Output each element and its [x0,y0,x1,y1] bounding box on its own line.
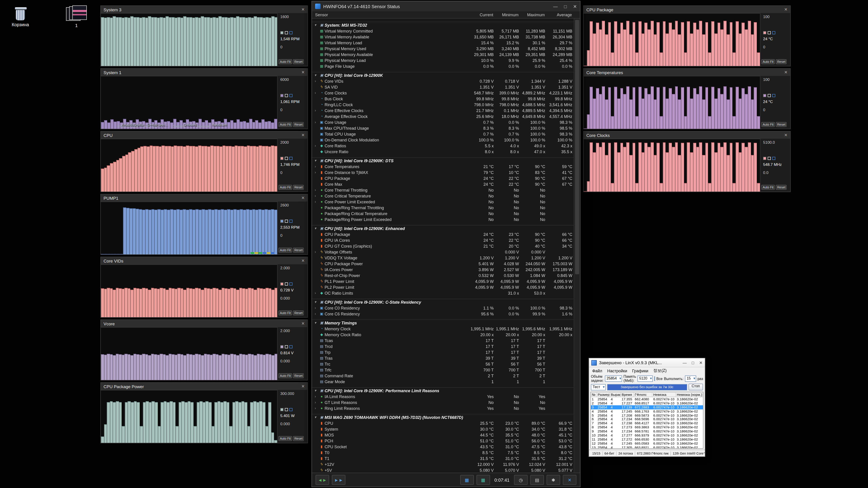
column-minimum[interactable]: Minimum [495,12,520,17]
sensor-section-header[interactable]: ▾▣Memory Timings [312,320,574,326]
sensor-row[interactable]: ▮CPU Package24 °C23 °C90 °C66 °C [312,231,574,237]
sensor-row[interactable]: ▮T131.5 °C31.0 °C31.5 °C31.2 °C [312,455,574,461]
linx-result-row[interactable]: 125854417.355662.40806.002747e-103.18662… [591,397,703,401]
auto-fit-button[interactable]: Auto Fit [278,122,292,127]
memory-combobox[interactable]: 5120 [638,376,653,382]
legend-checkbox[interactable] [285,157,288,160]
auto-fit-button[interactable]: Auto Fit [278,373,292,378]
sensor-row[interactable]: ›ϟCore VIDs0.728 V0.718 V1.344 V1.288 V [312,78,574,84]
expand-icon[interactable]: › [312,406,319,410]
sensor-row[interactable]: ›▮Core Distance to TjMAX79 °C10 °C83 °C4… [312,169,574,175]
sensor-row[interactable]: ▮Core Max24 °C22 °C90 °C67 °C [312,181,574,187]
legend-checkbox[interactable] [285,345,288,348]
legend-checkbox[interactable] [768,31,771,34]
column-current[interactable]: Current [461,12,495,17]
panel-titlebar[interactable]: Core VIDs✕ [101,257,307,264]
sensor-row[interactable]: ›●IA Limit ReasonsYesNoYes [312,394,574,399]
sensor-row[interactable]: ϟIA Cores Power3.896 W2.527 W242.005 W17… [312,267,574,272]
linx-result-row[interactable]: 225854417.227668.85176.002747e-103.18662… [591,401,703,405]
expand-icon[interactable]: › [312,108,319,112]
reset-button[interactable]: Reset [776,185,787,190]
linx-result-row[interactable]: 1025854417.277666.93796.002747e-103.1866… [591,433,703,437]
sensor-row[interactable]: ›●GT Limit ReasonsNoNoNo [312,399,574,405]
reset-button[interactable]: Reset [776,59,787,64]
reset-button[interactable]: Reset [293,248,304,253]
linx-titlebar[interactable]: Завершено - LinX v0.9.3 (MKL... — □ ✕ [589,358,705,367]
close-icon[interactable]: ✕ [301,384,305,389]
expand-icon[interactable]: › [312,394,319,398]
maximize-icon[interactable]: □ [564,4,567,9]
menu-info[interactable]: 정보(Z) [653,368,666,374]
sensor-row[interactable]: ▤Trcd17 T17 T17 T [312,344,574,349]
legend-checkbox[interactable] [768,94,771,97]
collapse-icon[interactable]: ▾ [312,389,319,393]
sensor-row[interactable]: ›◆Core Ratios5.5 x4.0 x49.0 x42.3 x [312,143,574,149]
expand-icon[interactable]: › [312,194,319,198]
sensor-row[interactable]: ▣Total CPU Usage0.7 %0.7 %100.0 %98.3 % [312,131,574,137]
legend-checkbox[interactable] [285,283,288,286]
legend-checkbox[interactable] [289,283,292,286]
sensor-row[interactable]: ›▣Core Usage0.7 %0.0 %100.0 %98.3 % [312,119,574,125]
close-icon[interactable]: ✕ [784,7,787,12]
sensor-row[interactable]: ▮CPU Socket43.5 °C31.0 °C47.5 °C43.8 °C [312,444,574,450]
expand-icon[interactable]: › [312,291,319,295]
auto-fit-button[interactable]: Auto Fit [761,59,775,64]
legend-checkbox[interactable] [289,94,292,97]
linx-result-row[interactable]: 725854417.238668.41276.002747e-103.18662… [591,421,703,425]
sensor-row[interactable]: ›●Ring Limit ReasonsYesNoYes [312,405,574,411]
sensor-row[interactable]: ϟPL1 Power Limit4,095.9 W4,095.9 W4,095.… [312,278,574,284]
reset-button[interactable]: Reset [776,122,787,127]
expand-icon[interactable]: › [312,250,319,254]
reset-button[interactable]: Reset [293,185,304,190]
reset-button[interactable]: Reset [293,436,304,441]
sensor-row[interactable]: ▣On-Demand Clock Modulation100.0 %100.0 … [312,137,574,143]
close-icon[interactable]: ✕ [784,133,787,137]
linx-column-header[interactable]: Размер [597,392,610,396]
sensor-row[interactable]: ▦Virtual Memory Available31,650 MB26,171… [312,34,574,40]
sensor-section-header[interactable]: ▾▣CPU [#0]: Intel Core i9-12900K: Enhanc… [312,225,574,231]
legend-checkbox[interactable] [772,31,775,34]
sensor-row[interactable]: ϟPL2 Power Limit4,095.9 W4,095.9 W4,095.… [312,284,574,290]
sensor-row[interactable]: ›▮Core Temperatures21 °C17 °C90 °C59 °C [312,164,574,169]
panel-titlebar[interactable]: CPU✕ [101,131,307,139]
auto-fit-button[interactable]: Auto Fit [278,59,292,64]
legend-checkbox[interactable] [280,220,283,223]
auto-fit-button[interactable]: Auto Fit [278,185,292,190]
linx-result-row[interactable]: 1125854417.272666.65306.002747e-103.1866… [591,437,703,442]
panel-titlebar[interactable]: Core Clocks✕ [584,131,790,139]
sensor-section-header[interactable]: ▾▣System: MSI MS-7D32 [312,22,574,28]
legend-checkbox[interactable] [280,157,283,160]
close-icon[interactable]: ✕ [301,133,305,137]
reset-button[interactable]: Reset [293,59,304,64]
linx-result-row[interactable]: 525854417.208669.58736.002747e-103.18662… [591,413,703,417]
sensor-row[interactable]: ϟVDDQ TX Voltage1.200 V1.200 V1.200 V1.2… [312,255,574,261]
panel-titlebar[interactable]: PUMP1✕ [101,194,307,201]
legend-checkbox[interactable] [763,94,766,97]
legend-checkbox[interactable] [289,345,292,348]
linx-column-header[interactable]: Выравн. [610,392,621,396]
legend-checkbox[interactable] [289,157,292,160]
sensor-row[interactable]: ›●Core Critical TemperatureNoNoNo [312,193,574,199]
linx-column-header[interactable]: ГФлопс [634,392,652,396]
collapse-icon[interactable]: ▾ [312,300,319,304]
column-maximum[interactable]: Maximum [520,12,547,17]
panel-titlebar[interactable]: System 3✕ [101,6,307,13]
sensor-row[interactable]: ϟSA VID1.351 V1.351 V1.351 V1.351 V [312,84,574,90]
legend-checkbox[interactable] [285,94,288,97]
task-size-combobox[interactable]: 25854 [605,376,622,382]
graph-bars-icon[interactable]: ▦ [476,475,490,485]
sensor-row[interactable]: ▮PCH51.0 °C51.0 °C56.0 °C53.0 °C [312,438,574,444]
expand-icon[interactable]: › [312,400,319,404]
sensor-row[interactable]: ▮CPU IA Cores24 °C22 °C90 °C66 °C [312,237,574,243]
sensor-row[interactable]: ▮CPU25.5 °C23.0 °C89.0 °C66.9 °C [312,420,574,426]
linx-result-row[interactable]: 625854417.234668.56966.002747e-103.18662… [591,417,703,421]
panel-titlebar[interactable]: CPU Package✕ [584,6,790,13]
sensor-row[interactable]: ▦Virtual Memory Committed5,805 MB5,717 M… [312,28,574,34]
sensor-row[interactable]: ›▣Core C6 Residency95.6 %0.0 %99.9 %1.6 … [312,311,574,317]
sensor-section-header[interactable]: ▾▣CPU [#0]: Intel Core i9-12900K: C-Stat… [312,299,574,305]
collapse-icon[interactable]: ▾ [312,415,319,419]
sensor-row[interactable]: ›◆OC Ratio Limits31.0 x53.0 x [312,290,574,296]
sensor-section-header[interactable]: ▾▣CPU [#0]: Intel Core i9-12900K: DTS [312,157,574,164]
linx-result-row[interactable]: 425854417.245668.17636.002747e-103.18662… [591,409,703,413]
close-icon[interactable]: ✕ [301,7,305,12]
